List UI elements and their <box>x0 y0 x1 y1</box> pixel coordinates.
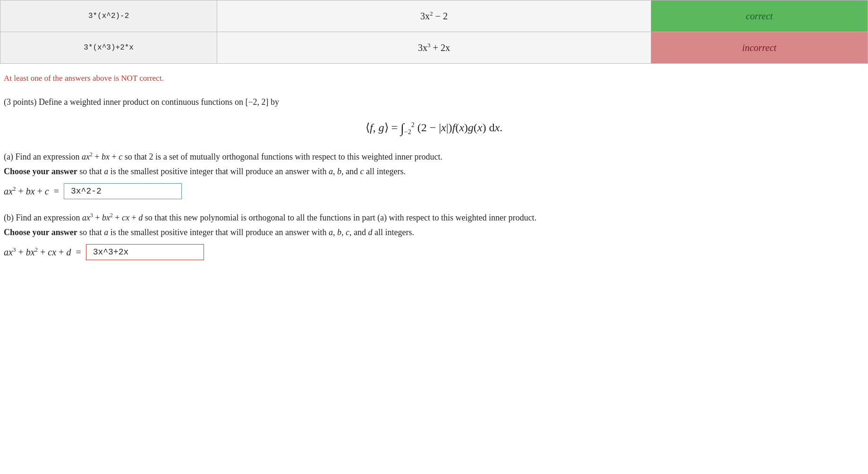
part-a-equation-label: ax2 + bx + c = <box>4 184 59 198</box>
expression-cell-1: 3x2 − 2 <box>217 0 651 32</box>
expression-value-1: 3x2 − 2 <box>420 11 448 21</box>
part-b-equation-label: ax3 + bx2 + cx + d = <box>4 245 81 259</box>
status-badge-1: correct <box>746 11 773 21</box>
part-a-answer-row: ax2 + bx + c = <box>4 183 864 199</box>
part-a-description: (a) Find an expression ax2 + bx + c so t… <box>4 150 864 178</box>
input-value-2: 3*(x^3)+2*x <box>84 43 134 52</box>
warning-message: At least one of the answers above is NOT… <box>0 72 868 85</box>
formula-display: ⟨f, g⟩ = ∫−22 (2 − |x|)f(x)g(x) dx. <box>4 118 864 138</box>
input-cell-1: 3*(x^2)-2 <box>0 0 217 32</box>
status-badge-2: incorrect <box>742 42 777 53</box>
expression-cell-2: 3x3 + 2x <box>217 32 651 64</box>
part-b-choose-bold: Choose your answer <box>4 228 77 237</box>
integral-formula: ⟨f, g⟩ = ∫−22 (2 − |x|)f(x)g(x) dx. <box>366 121 502 134</box>
problem-header-text: (3 points) Define a weighted inner produ… <box>4 97 279 107</box>
answer-table: 3*(x^2)-2 3x2 − 2 correct 3*(x^3)+2*x 3x… <box>0 0 868 64</box>
part-b-answer-input[interactable] <box>86 244 204 260</box>
part-a-answer-input[interactable] <box>64 183 182 199</box>
part-b-answer-row: ax3 + bx2 + cx + d = <box>4 244 864 260</box>
problem-header: (3 points) Define a weighted inner produ… <box>4 95 864 110</box>
table-row-1: 3*(x^2)-2 3x2 − 2 correct <box>0 0 868 32</box>
input-value-1: 3*(x^2)-2 <box>88 12 129 20</box>
part-a-choose-bold: Choose your answer <box>4 167 77 176</box>
status-cell-2: incorrect <box>651 32 868 64</box>
problem-content: (3 points) Define a weighted inner produ… <box>0 95 868 261</box>
status-cell-1: correct <box>651 0 868 32</box>
input-cell-2: 3*(x^3)+2*x <box>0 32 217 64</box>
table-row-2: 3*(x^3)+2*x 3x3 + 2x incorrect <box>0 32 868 64</box>
part-b-description: (b) Find an expression ax3 + bx2 + cx + … <box>4 211 864 239</box>
expression-value-2: 3x3 + 2x <box>418 42 450 53</box>
